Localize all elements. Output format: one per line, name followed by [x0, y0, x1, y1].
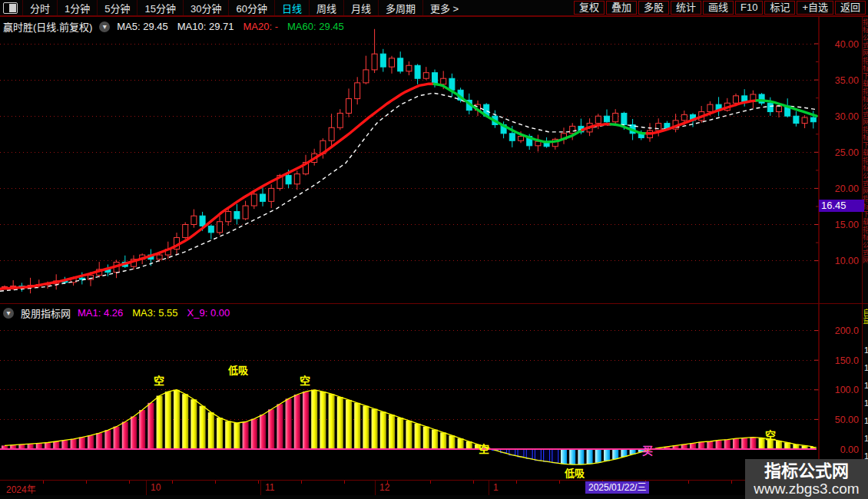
- indicator-bar: [397, 418, 403, 449]
- indicator-bar: [716, 440, 722, 449]
- indicator-bar: [234, 423, 240, 449]
- week-tick: [301, 481, 302, 484]
- candle-body: [605, 116, 610, 122]
- candle-body: [518, 137, 524, 141]
- chevron-down-icon[interactable]: ▾: [3, 308, 14, 319]
- toolbar-button-1[interactable]: 叠加: [606, 1, 637, 15]
- strip-digit: 1: [864, 363, 868, 372]
- tool-menu: 复权叠加多股统计画线F10标记+自选返回: [573, 0, 868, 15]
- indicator-bar: [311, 390, 317, 449]
- top-menubar: 分时1分钟5分钟15分钟30分钟60分钟日线周线月线多周期更多 > 复权叠加多股…: [0, 0, 868, 17]
- menu-item-1[interactable]: 1分钟: [57, 0, 97, 15]
- week-tick: [129, 481, 130, 484]
- month-separator: [489, 481, 489, 496]
- toolbar-button-6[interactable]: 标记: [764, 1, 795, 15]
- indicator-bar: [698, 442, 704, 449]
- y-axis-label: 150.0: [835, 355, 859, 366]
- candle-body: [208, 226, 214, 232]
- toolbar-button-0[interactable]: 复权: [574, 1, 605, 15]
- indicator-bar: [71, 439, 77, 449]
- candle-body: [243, 206, 248, 219]
- menu-item-4[interactable]: 30分钟: [183, 0, 228, 15]
- y-axis-label: 40.00: [835, 39, 859, 50]
- chevron-down-icon[interactable]: ▾: [99, 21, 110, 32]
- toolbar-button-8[interactable]: 返回: [835, 1, 866, 15]
- candle-body: [802, 117, 807, 124]
- toolbar-button-2[interactable]: 多股: [638, 1, 669, 15]
- stock-title: 赢时胜(日线.前复权): [3, 19, 92, 34]
- indicator-title: 股朋指标网: [21, 306, 71, 320]
- signal-label: 空: [765, 429, 776, 441]
- candle-body: [656, 124, 661, 131]
- indicator-bar: [251, 419, 257, 449]
- indicator-chart: 50.00100.0150.0200.00.00空低吸空空低吸买空: [0, 303, 868, 480]
- candle-body: [380, 54, 386, 67]
- indicator-bar: [458, 438, 464, 449]
- candle-body: [183, 225, 188, 238]
- watermark: 指标公式网 www.zbgs3.com: [745, 459, 868, 499]
- indicator-bar: [114, 427, 120, 449]
- y-axis-label: 35.00: [835, 75, 859, 86]
- menu-item-3[interactable]: 15分钟: [137, 0, 182, 15]
- week-tick: [258, 481, 259, 484]
- main-chart-header: 赢时胜(日线.前复权) ▾ MA5: 29.45MA10: 29.71MA20:…: [3, 19, 344, 34]
- period-menu: 分时1分钟5分钟15分钟30分钟60分钟日线周线月线多周期更多 >: [22, 0, 465, 15]
- y-axis-label: 10.00: [835, 256, 859, 266]
- right-side-strip: 指标公式网指标下载指标公式网指标下载指标公式网指标下载指标公式网自益111111…: [862, 17, 868, 480]
- candle-body: [260, 194, 266, 201]
- candle-body: [810, 117, 816, 122]
- candle-body: [389, 58, 395, 67]
- candle-body: [226, 212, 231, 222]
- candle-body: [415, 65, 420, 78]
- strip-digit: 1: [864, 398, 868, 408]
- indicator-bar: [243, 421, 249, 449]
- indicator-bar: [440, 432, 446, 449]
- toolbar-button-4[interactable]: 画线: [703, 1, 734, 15]
- watermark-url: www.zbgs3.com: [754, 481, 859, 497]
- menu-item-7[interactable]: 周线: [309, 0, 343, 15]
- toolbar-button-5[interactable]: F10: [735, 1, 763, 15]
- menu-item-5[interactable]: 60分钟: [228, 0, 273, 15]
- menu-item-10[interactable]: 更多 >: [422, 0, 465, 15]
- candle-body: [355, 83, 360, 99]
- menu-item-2[interactable]: 5分钟: [97, 0, 137, 15]
- indicator-bar: [724, 440, 731, 449]
- indicator-bar: [260, 415, 266, 449]
- week-tick: [430, 481, 431, 484]
- menu-item-9[interactable]: 多周期: [378, 0, 422, 15]
- menu-item-0[interactable]: 分时: [22, 0, 57, 15]
- week-tick: [516, 481, 517, 484]
- menu-item-8[interactable]: 月线: [343, 0, 378, 15]
- candle-body: [286, 175, 291, 183]
- candle-body: [157, 255, 162, 259]
- date-axis: 2024年1011121: [0, 480, 868, 496]
- indicator-bar: [122, 421, 128, 449]
- candle-body: [441, 78, 446, 84]
- param-label-0: MA1: 4.26: [78, 307, 123, 319]
- date-label: 10: [151, 482, 161, 493]
- indicator-bar: [104, 430, 111, 449]
- y-axis-label: 200.0: [835, 326, 859, 336]
- toolbar-button-7[interactable]: +自选: [797, 1, 833, 15]
- indicator-bar: [268, 409, 274, 449]
- indicator-bar: [88, 435, 94, 449]
- indicator-bar: [354, 403, 360, 449]
- indicator-bar: [750, 438, 756, 449]
- indicator-bar: [561, 449, 567, 464]
- candle-body: [793, 116, 799, 123]
- window-layout-icon[interactable]: [3, 2, 18, 14]
- indicator-bar: [389, 415, 395, 449]
- candle-body: [449, 78, 455, 90]
- strip-digit: 1: [864, 381, 868, 390]
- menu-item-6[interactable]: 日线: [274, 0, 309, 15]
- candle-body: [432, 73, 438, 84]
- week-tick: [86, 481, 87, 484]
- indicator-bar: [604, 449, 610, 461]
- week-tick: [731, 481, 732, 484]
- candlestick-chart: 10.0015.0020.0025.0030.0035.0040.00: [0, 17, 868, 303]
- toolbar-button-3[interactable]: 统计: [671, 1, 701, 15]
- indicator-bar: [277, 404, 283, 449]
- candle-body: [734, 96, 739, 103]
- indicator-bar: [225, 421, 231, 449]
- candle-body: [742, 96, 747, 102]
